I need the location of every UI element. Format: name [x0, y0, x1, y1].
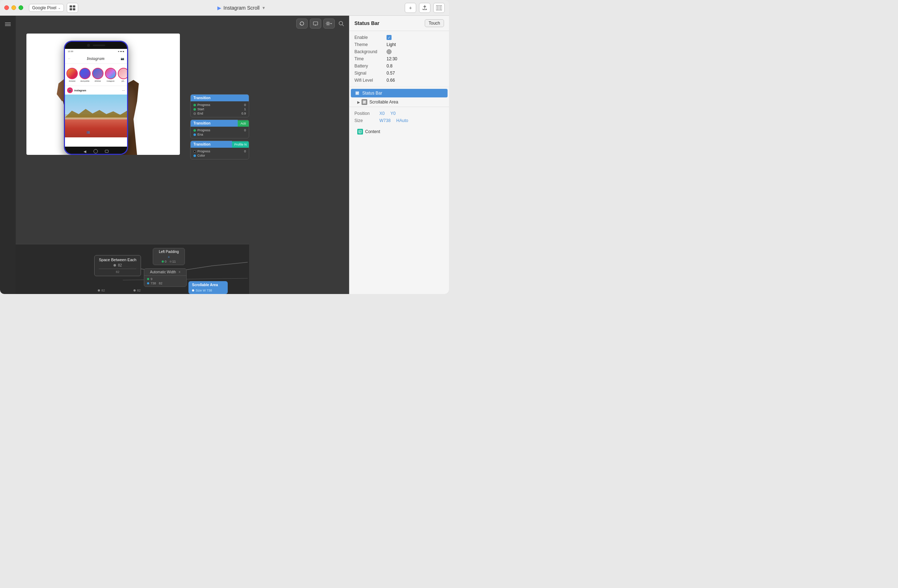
position-y-value[interactable]: Y0	[391, 111, 396, 116]
background-row: Background	[354, 48, 444, 55]
titlebar-actions: +	[405, 3, 445, 13]
scrollable-area-properties: Position X0 Y0 Size W738 HAuto	[349, 107, 449, 127]
device-selector[interactable]: Google Pixel ⌄	[29, 4, 64, 12]
svg-rect-4	[436, 5, 442, 10]
status-bar-layer-name: Status Bar	[362, 91, 382, 96]
position-x-value[interactable]: X0	[380, 111, 385, 116]
layout-icon[interactable]	[67, 3, 78, 13]
phone-mockup: 12:30 ● ●● ■ ← Instagram 📷	[64, 41, 128, 155]
transition-header-3: Transition	[191, 141, 232, 148]
main-content: 12:30 ● ●● ■ ← Instagram 📷	[0, 16, 449, 294]
prototype-icon: ▶	[217, 5, 221, 11]
transition-header-1: Transition	[191, 95, 249, 101]
time-label: Time	[354, 56, 386, 61]
svg-rect-1	[73, 5, 75, 8]
titlebar-center: ▶ Instagram Scroll ▼	[81, 5, 402, 11]
svg-rect-3	[73, 8, 75, 10]
enable-label: Enable	[354, 35, 386, 40]
canvas-preview: 12:30 ● ●● ■ ← Instagram 📷	[26, 34, 180, 155]
settings-button[interactable]	[323, 18, 335, 29]
minimize-button[interactable]	[11, 5, 16, 10]
layer-content[interactable]: Content	[351, 127, 447, 136]
canvas-area: 12:30 ● ●● ■ ← Instagram 📷	[16, 16, 349, 294]
status-bar-panel-header: Status Bar Touch	[349, 16, 449, 31]
battery-value: 0.8	[386, 63, 393, 69]
status-bar-layer-icon	[354, 90, 360, 96]
chevron-down-icon: ⌄	[58, 6, 61, 10]
enable-row: Enable ✓	[354, 34, 444, 41]
svg-rect-31	[359, 132, 361, 133]
main-window: Google Pixel ⌄ ▶ Instagram Scroll ▼ +	[0, 0, 449, 294]
svg-line-11	[342, 25, 344, 26]
battery-label: Battery	[354, 63, 386, 69]
signal-label: Signal	[354, 71, 386, 76]
svg-line-18	[212, 262, 248, 266]
theme-value: Light	[386, 42, 396, 47]
transition-panels: Transition Progress0 Start1 End0.9	[190, 94, 249, 160]
position-prop-label: Position	[354, 111, 380, 116]
auto-width-label: Automatic Width	[150, 270, 176, 274]
svg-point-10	[339, 21, 343, 25]
traffic-lights	[4, 5, 23, 10]
search-button[interactable]	[336, 18, 346, 29]
menu-icon[interactable]	[2, 19, 14, 29]
signal-value: 0.57	[386, 71, 395, 76]
touch-button[interactable]: Touch	[425, 19, 444, 27]
content-layer-name: Content	[365, 129, 380, 134]
maximize-button[interactable]	[18, 5, 23, 10]
time-row: Time 12:30	[354, 55, 444, 63]
instagram-logo: Instagram	[87, 56, 104, 61]
close-button[interactable]	[4, 5, 9, 10]
space-between-node: Space Between Each 82 82	[94, 255, 141, 276]
size-prop-row: Size W738 HAuto	[354, 117, 444, 124]
project-title: Instagram Scroll	[223, 5, 260, 11]
enable-checkbox[interactable]: ✓	[386, 35, 392, 40]
svg-rect-12	[314, 22, 318, 25]
refresh-button[interactable]	[296, 18, 308, 29]
time-value: 12:30	[386, 56, 397, 61]
canvas-toolbar	[296, 18, 335, 29]
wifi-value: 0.66	[386, 78, 395, 83]
svg-point-15	[327, 23, 329, 25]
panels-button[interactable]	[433, 3, 445, 13]
background-color-swatch[interactable]	[386, 49, 392, 54]
scrollable-area-layer-name: Scrollable Area	[369, 100, 398, 104]
space-between-label: Space Between Each	[99, 258, 136, 262]
svg-rect-22	[356, 92, 359, 93]
wifi-label: Wifi Level	[354, 78, 386, 83]
screen-button[interactable]	[310, 18, 321, 29]
share-button[interactable]	[419, 3, 431, 13]
svg-rect-30	[359, 132, 360, 132]
status-bar-properties: Enable ✓ Theme Light Background Time 12:…	[349, 31, 449, 87]
svg-rect-23	[356, 94, 358, 94]
space-between-value: 82	[118, 263, 122, 267]
size-prop-label: Size	[354, 118, 380, 123]
position-prop-row: Position X0 Y0	[354, 110, 444, 117]
size-h-value[interactable]: HAuto	[396, 118, 408, 123]
transition-panel-1: Transition Progress0 Start1 End0.9	[190, 94, 249, 117]
layer-tree: Status Bar ▶ Scrollable Area	[349, 87, 449, 138]
svg-rect-21	[355, 91, 359, 95]
space-between-dot-value: 82	[116, 270, 120, 274]
battery-row: Battery 0.8	[354, 63, 444, 69]
size-w-value[interactable]: W738	[380, 118, 391, 123]
left-padding-label: Left Padding	[156, 250, 181, 254]
transition-header-2: Transition	[191, 120, 238, 127]
theme-label: Theme	[354, 42, 386, 47]
layer-scrollable-area[interactable]: ▶ Scrollable Area	[351, 98, 447, 106]
titlebar: Google Pixel ⌄ ▶ Instagram Scroll ▼ +	[0, 0, 449, 16]
scrollable-area-node: Scrollable Area Size W 738	[188, 281, 228, 294]
add-button[interactable]: +	[405, 3, 416, 13]
svg-rect-2	[69, 8, 72, 10]
svg-rect-29	[359, 131, 361, 131]
node-graph-area: Space Between Each 82 82 Left Padding +	[16, 244, 249, 294]
content-layer-icon	[357, 129, 363, 135]
background-label: Background	[354, 49, 386, 54]
layer-status-bar[interactable]: Status Bar	[351, 89, 447, 97]
svg-rect-0	[69, 5, 72, 8]
left-padding-node: Left Padding + 0 11	[153, 248, 185, 265]
post-username: instagram	[74, 89, 121, 92]
left-toolbar	[0, 16, 16, 294]
device-name: Google Pixel	[32, 5, 56, 10]
signal-row: Signal 0.57	[354, 69, 444, 77]
